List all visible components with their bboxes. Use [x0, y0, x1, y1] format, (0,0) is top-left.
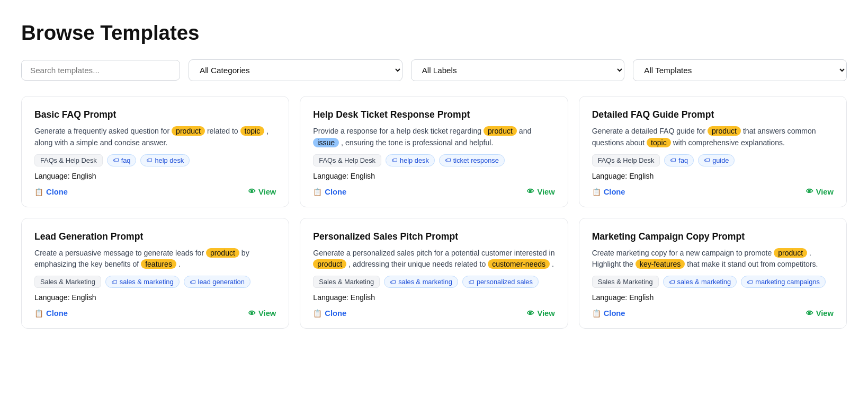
clone-button[interactable]: Clone	[34, 188, 68, 196]
card-actions: CloneView	[313, 309, 554, 318]
highlight-variable: product	[484, 126, 517, 136]
clone-button[interactable]: Clone	[34, 309, 68, 318]
highlight-variable: issue	[313, 138, 339, 147]
card-tags: FAQs & Help Deskhelp deskticket response	[313, 154, 554, 166]
card-title: Detailed FAQ Guide Prompt	[592, 109, 834, 120]
tag-label: personalized sales	[462, 276, 539, 288]
tag-label: guide	[698, 154, 735, 166]
view-button[interactable]: View	[527, 188, 554, 196]
view-button[interactable]: View	[806, 309, 834, 318]
tag-label: sales & marketing	[663, 276, 737, 288]
highlight-variable: product	[708, 126, 741, 136]
view-button[interactable]: View	[248, 309, 276, 318]
tag-label: faq	[664, 154, 694, 166]
card-tags: Sales & Marketingsales & marketingmarket…	[592, 276, 834, 288]
card-personalized-sales-pitch: Personalized Sales Pitch PromptGenerate …	[300, 218, 568, 329]
card-language: Language: English	[592, 172, 834, 180]
card-actions: CloneView	[34, 309, 276, 318]
search-input[interactable]	[21, 60, 180, 81]
card-lead-generation: Lead Generation PromptCreate a persuasiv…	[21, 218, 289, 329]
card-actions: CloneView	[592, 188, 834, 196]
tag-category: FAQs & Help Desk	[592, 154, 660, 166]
labels-select[interactable]: All Labels	[411, 59, 625, 81]
view-button[interactable]: View	[248, 188, 276, 196]
card-title: Marketing Campaign Copy Prompt	[592, 231, 834, 242]
tag-category: Sales & Marketing	[313, 276, 380, 288]
cards-grid: Basic FAQ PromptGenerate a frequently as…	[21, 96, 847, 329]
tag-label: lead generation	[184, 276, 250, 288]
card-language: Language: English	[313, 293, 554, 302]
card-description: Create marketing copy for a new campaign…	[592, 248, 834, 271]
card-basic-faq: Basic FAQ PromptGenerate a frequently as…	[21, 96, 289, 207]
card-help-desk-ticket: Help Desk Ticket Response PromptProvide …	[300, 96, 568, 207]
highlight-variable: product	[774, 248, 807, 258]
card-title: Basic FAQ Prompt	[34, 109, 276, 120]
view-button[interactable]: View	[527, 309, 554, 318]
tag-category: Sales & Marketing	[34, 276, 101, 288]
tag-label: ticket response	[439, 154, 505, 166]
card-tags: Sales & Marketingsales & marketingperson…	[313, 276, 554, 288]
highlight-variable: customer-needs	[488, 259, 550, 269]
card-description: Create a persuasive message to generate …	[34, 248, 276, 271]
card-description: Generate a personalized sales pitch for …	[313, 248, 554, 271]
card-tags: Sales & Marketingsales & marketinglead g…	[34, 276, 276, 288]
card-title: Help Desk Ticket Response Prompt	[313, 109, 554, 120]
card-actions: CloneView	[34, 188, 276, 196]
highlight-variable: key-features	[636, 259, 685, 269]
card-title: Personalized Sales Pitch Prompt	[313, 231, 554, 242]
card-actions: CloneView	[592, 309, 834, 318]
card-detailed-faq-guide: Detailed FAQ Guide PromptGenerate a deta…	[579, 96, 847, 207]
tag-label: marketing campaigns	[741, 276, 826, 288]
tag-category: FAQs & Help Desk	[34, 154, 103, 166]
tag-label: help desk	[140, 154, 190, 166]
clone-button[interactable]: Clone	[592, 309, 625, 318]
card-language: Language: English	[592, 293, 834, 302]
highlight-variable: product	[206, 248, 239, 258]
page-title: Browse Templates	[21, 21, 847, 45]
templates-select[interactable]: All Templates	[633, 59, 847, 81]
highlight-variable: topic	[240, 126, 265, 136]
highlight-variable: features	[141, 259, 176, 269]
tag-category: Sales & Marketing	[592, 276, 659, 288]
highlight-variable: topic	[647, 138, 671, 147]
card-marketing-campaign-copy: Marketing Campaign Copy PromptCreate mar…	[579, 218, 847, 329]
tag-label: sales & marketing	[105, 276, 180, 288]
tag-label: sales & marketing	[384, 276, 458, 288]
card-description: Generate a detailed FAQ guide for produc…	[592, 126, 834, 149]
card-language: Language: English	[34, 172, 276, 180]
card-language: Language: English	[34, 293, 276, 302]
categories-select[interactable]: All Categories	[189, 59, 402, 81]
clone-button[interactable]: Clone	[313, 188, 346, 196]
highlight-variable: product	[172, 126, 205, 136]
card-description: Provide a response for a help desk ticke…	[313, 126, 554, 149]
card-language: Language: English	[313, 172, 554, 180]
filters-bar: All Categories All Labels All Templates	[21, 59, 847, 81]
clone-button[interactable]: Clone	[592, 188, 625, 196]
tag-category: FAQs & Help Desk	[313, 154, 381, 166]
card-description: Generate a frequently asked question for…	[34, 126, 276, 149]
card-actions: CloneView	[313, 188, 554, 196]
tag-label: faq	[107, 154, 137, 166]
card-tags: FAQs & Help Deskfaqguide	[592, 154, 834, 166]
clone-button[interactable]: Clone	[313, 309, 346, 318]
card-title: Lead Generation Prompt	[34, 231, 276, 242]
highlight-variable: product	[313, 259, 346, 269]
card-tags: FAQs & Help Deskfaqhelp desk	[34, 154, 276, 166]
view-button[interactable]: View	[806, 188, 834, 196]
tag-label: help desk	[386, 154, 435, 166]
